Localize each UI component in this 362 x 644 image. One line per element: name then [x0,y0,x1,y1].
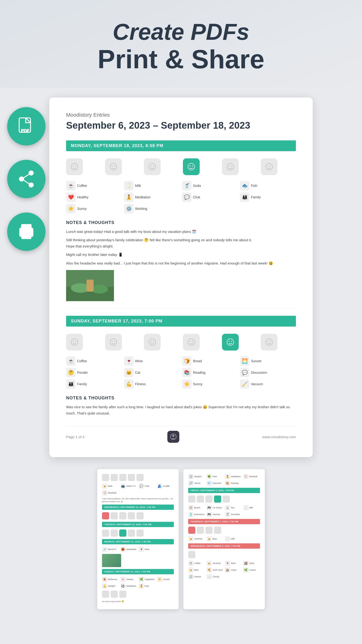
svg-rect-33 [86,280,94,292]
p1-sun-icon-3: 🌿Vegetation [139,577,156,582]
p1-sun-icon-5: 💪Weight+ [102,584,119,589]
svg-point-4 [29,183,33,187]
soda-label: Soda [193,184,201,188]
e2-face-4 [183,334,200,350]
svg-point-22 [192,166,193,166]
svg-point-53 [172,435,174,437]
e2-vacuum-icon: 🧹 [240,379,250,389]
svg-point-43 [188,339,195,346]
p2-icon-weight: ⚖️Weight+ [188,474,205,479]
footer-page: Page 1 of 4 [66,435,84,439]
bottom-preview: 🍺Bath 📺Watch TV 💬Chat 🫂Cuddle ⚾Baseball … [19,469,343,609]
p2-wed-icon-3: 🍷Wine [225,560,242,566]
fish-icon: 🐟 [240,181,250,190]
p2-entry-wed: WEDNESDAY, SEPTEMBER 6, 2023, 7:00 PM [188,544,260,549]
svg-point-10 [30,230,31,232]
p2-entry-thu: THURSDAY, SEPTEMBER 7, 2023, 7:00 PM [188,519,260,524]
e2-family-icon: 👨‍👩‍👧 [66,379,76,389]
entry1-header: MONDAY, SEPTEMBER 18, 2023, 8:58 PM [66,140,296,151]
p1-entry-tue: TUESDAY, SEPTEMBER 12, 2023, 7:00 PM [102,522,174,527]
p2-icon-baseball: ⚾Baseball [243,474,260,479]
svg-point-42 [153,341,154,342]
entry1-note-2: Still thinking about yesterday's family … [66,237,296,249]
activity-fish: 🐟 Fish [240,181,296,190]
meditation-icon: 🧘 [124,192,134,202]
p2-fri-icon-3: 🍵Tea [225,505,242,510]
p1-entry-wed: WEDNESDAY, SEPTEMBER 13, 2023, 7:00 PM [102,504,174,510]
preview-page-1: 🍺Bath 📺Watch TV 💬Chat 🫂Cuddle ⚾Baseball … [97,469,179,609]
activity-meditation: 🧘 Meditation [124,192,180,202]
p2-face-1 [188,496,195,503]
e2-activity-reading: 📚 Reading [182,368,238,377]
p2-wed-icon-4: 🍱Soba [243,560,260,566]
meditation-label: Meditation [135,195,151,199]
entry2-face-row [66,334,296,350]
p2-face-3 [205,496,213,503]
svg-point-34 [71,339,78,346]
e2-wine-label: Wine [135,359,143,363]
share-button[interactable] [7,160,45,198]
e2-reading-icon: 📚 [182,368,192,377]
p1-mon-icon-1: 💉Blood Pr. [102,547,119,552]
p1-foot-note: So much crap at work! 😤 [102,600,174,603]
p1-icon-5: ⚾Baseball [102,490,119,496]
svg-point-36 [75,341,76,342]
hero-title-bold: Print & Share [9,44,353,74]
working-label: Working [135,207,147,210]
preview-page-2: ⚖️Weight+ 🌳Park 🧘Meditation ⚾Baseball 🎾T… [183,469,265,609]
working-icon: ⚙️ [124,204,134,214]
p2-wed-icon-1: ☕Coffee [188,560,205,566]
face-5 [222,158,239,175]
p1-sun-icon-7: 🧘Keto [139,584,156,589]
p2-icon-park: 🌳Park [207,474,224,479]
p1-sun-icon-4: ☀️Sunset [157,577,174,582]
doc-header-label: Moodistory Entries [66,112,296,118]
svg-point-3 [19,177,24,181]
p1-sun-icon-2: 🍬Sweets [120,577,137,582]
p2-thu-face-selected [188,526,195,534]
e2-activity-bread: 🍞 Bread [182,356,238,366]
e2-discussion-label: Discussion [251,371,267,374]
p2-face-5 [223,496,230,503]
p2-thu-face-2 [197,526,204,534]
e2-activity-sunset: 🌅 Sunset [240,356,296,366]
svg-point-39 [114,341,115,342]
svg-point-51 [270,341,271,342]
activity-coffee: ☕ Coffee [66,181,122,190]
e2-activity-sunny: ☀️ Sunny [182,379,238,389]
svg-point-2 [29,171,33,175]
svg-text:PDF: PDF [21,128,29,133]
p2-fri-icon-1: 🏖️Beach [188,505,205,510]
p2-face-selected [214,496,221,503]
e2-coffee-label: Coffee [77,359,87,363]
print-button[interactable] [7,212,45,251]
face-4-selected [183,158,200,175]
p2-thu-icon-2: 🍺Beer [207,536,224,542]
p2-icon-meditation: 🧘Meditation [225,474,242,479]
p2-entry-fri: FRIDAY, SEPTEMBER 8, 2023, 7:00 PM [188,488,260,493]
sunny-label: Sunny [77,207,87,210]
healthy-label: Healthy [77,195,88,199]
svg-line-6 [24,180,29,184]
p1-entry-mon: MONDAY, SEPTEMBER 11, 2023, 7:00 PM [102,539,174,544]
entry1-photo [66,270,114,301]
e2-activity-fitness: 💪 Fitness [124,379,180,389]
e2-bread-label: Bread [193,359,202,363]
e2-face-1 [66,334,83,350]
svg-point-11 [71,164,78,170]
e2-sunset-label: Sunset [251,359,261,363]
content-area: PDF Moodistory Entries Se [0,88,362,624]
e2-activity-family: 👨‍👩‍👧 Family [66,379,122,389]
p1-sun-face-3 [119,590,126,598]
pdf-button[interactable]: PDF [7,107,45,146]
activity-healthy: ❤️ Healthy [66,192,122,202]
p1-icon-1: 🍺Bath [102,484,119,489]
coffee-label: Coffee [77,184,87,188]
e2-reading-label: Reading [193,371,205,374]
svg-point-38 [112,341,113,342]
p1-face-4 [128,474,135,481]
e2-ponder-icon: 🤔 [66,368,76,377]
svg-point-19 [153,166,154,166]
p1-icon-2: 📺Watch TV [120,484,137,489]
entry2-notes: NOTES & THOUGHTS Was nice to see the fam… [66,396,296,416]
